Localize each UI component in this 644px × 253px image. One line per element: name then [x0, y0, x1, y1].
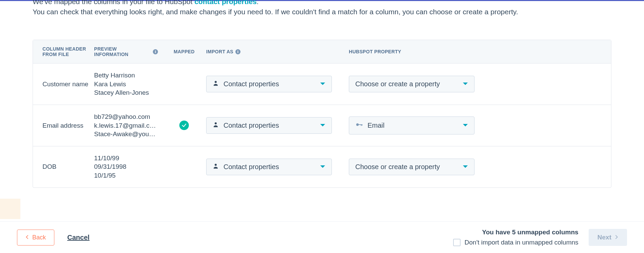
import-as-select[interactable]: Contact properties	[206, 159, 332, 175]
intro-block: We've mapped the columns in your file to…	[33, 0, 611, 16]
row-preview: bb729@yahoo.com k.lewis.17@gmail.c… Stac…	[94, 112, 162, 139]
preview-line: Betty Harrison	[94, 71, 158, 80]
row-header: DOB	[33, 162, 94, 171]
row-import-as: Contact properties	[206, 159, 349, 175]
svg-point-6	[215, 164, 217, 166]
table-row: Customer name Betty Harrison Kara Lewis …	[33, 64, 611, 105]
next-button[interactable]: Next	[589, 229, 627, 246]
svg-rect-4	[361, 124, 362, 126]
preview-line: 11/10/99	[94, 154, 158, 163]
th-preview-information: PREVIEW INFORMATION i	[94, 46, 162, 57]
chevron-down-icon	[463, 163, 468, 170]
row-preview: Betty Harrison Kara Lewis Stacey Allen-J…	[94, 71, 162, 97]
property-select[interactable]: Choose or create a property	[349, 76, 475, 92]
th-mapped: MAPPED	[162, 49, 206, 54]
next-button-label: Next	[597, 234, 611, 241]
preview-line: 09/31/1998	[94, 162, 158, 171]
chevron-down-icon	[463, 80, 468, 88]
select-text: Contact properties	[223, 122, 279, 129]
back-button[interactable]: Back	[17, 230, 54, 246]
svg-point-0	[215, 81, 217, 83]
chevron-down-icon	[463, 122, 468, 129]
select-text: Email	[368, 122, 384, 129]
preview-line: bb729@yahoo.com	[94, 112, 158, 121]
property-select[interactable]: Email	[349, 116, 475, 134]
row-preview: 11/10/99 09/31/1998 10/1/95	[94, 154, 162, 180]
footer-bar: Back Cancel You have 5 unmapped columns …	[0, 221, 644, 253]
property-select[interactable]: Choose or create a property	[349, 159, 475, 175]
row-header: Email address	[33, 121, 94, 130]
svg-rect-3	[358, 124, 362, 125]
checkbox-row: Don't import data in unmapped columns	[453, 239, 578, 246]
preview-line: Kara Lewis	[94, 80, 158, 89]
svg-rect-5	[362, 124, 362, 126]
chevron-down-icon	[320, 122, 325, 129]
preview-line: 10/1/95	[94, 171, 158, 180]
table-row: Email address bb729@yahoo.com k.lewis.17…	[33, 105, 611, 146]
person-icon	[213, 163, 219, 171]
svg-point-2	[356, 123, 359, 126]
th-import-as: IMPORT AS i	[206, 49, 349, 54]
key-icon	[355, 121, 363, 130]
intro-line-1-suffix: .	[257, 0, 259, 5]
check-icon	[179, 121, 189, 130]
row-property: Email	[349, 116, 611, 134]
unmapped-message: You have 5 unmapped columns	[453, 229, 578, 236]
row-header: Customer name	[33, 80, 94, 89]
cancel-link[interactable]: Cancel	[67, 234, 90, 241]
table-row: DOB 11/10/99 09/31/1998 10/1/95 Contact …	[33, 146, 611, 187]
dont-import-checkbox[interactable]	[453, 239, 461, 246]
main-content: We've mapped the columns in your file to…	[0, 2, 644, 229]
footer-right: You have 5 unmapped columns Don't import…	[453, 229, 627, 246]
row-property: Choose or create a property	[349, 159, 611, 175]
import-as-select[interactable]: Contact properties	[206, 76, 332, 92]
intro-line-2: You can check that everything looks righ…	[33, 8, 611, 16]
contact-properties-link[interactable]: contact properties	[194, 0, 256, 5]
table-header-row: COLUMN HEADER FROM FILE PREVIEW INFORMAT…	[33, 40, 611, 64]
preview-line: Stacey Allen-Jones	[94, 88, 158, 97]
checkbox-label: Don't import data in unmapped columns	[465, 239, 578, 246]
warning-corner	[0, 199, 20, 219]
th-import-as-label: IMPORT AS	[206, 49, 233, 54]
info-icon[interactable]: i	[153, 49, 158, 54]
select-text: Choose or create a property	[355, 163, 440, 171]
chevron-down-icon	[320, 163, 325, 170]
select-text: Contact properties	[223, 80, 279, 88]
select-text: Choose or create a property	[355, 80, 440, 88]
select-text: Contact properties	[223, 163, 279, 171]
person-icon	[213, 122, 219, 129]
intro-line-1: We've mapped the columns in your file to…	[33, 0, 611, 6]
footer-info: You have 5 unmapped columns Don't import…	[453, 229, 578, 246]
row-import-as: Contact properties	[206, 76, 349, 92]
th-preview-label: PREVIEW INFORMATION	[94, 46, 151, 57]
footer-left: Back Cancel	[17, 230, 90, 246]
intro-line-1-prefix: We've mapped the columns in your file to…	[33, 0, 194, 5]
preview-line: k.lewis.17@gmail.c…	[94, 121, 158, 130]
person-icon	[213, 80, 219, 88]
row-mapped	[162, 121, 206, 130]
th-column-header: COLUMN HEADER FROM FILE	[33, 46, 94, 57]
info-icon[interactable]: i	[235, 49, 240, 54]
row-property: Choose or create a property	[349, 76, 611, 92]
import-as-select[interactable]: Contact properties	[206, 117, 332, 134]
chevron-right-icon	[615, 234, 618, 241]
mapping-table: COLUMN HEADER FROM FILE PREVIEW INFORMAT…	[33, 40, 611, 188]
svg-point-1	[215, 122, 217, 124]
row-import-as: Contact properties	[206, 117, 349, 134]
preview-line: Stace-Awake@you…	[94, 130, 158, 139]
chevron-left-icon	[25, 234, 29, 241]
th-hubspot-property: HUBSPOT PROPERTY	[349, 49, 611, 54]
back-button-label: Back	[32, 234, 46, 241]
chevron-down-icon	[320, 80, 325, 88]
